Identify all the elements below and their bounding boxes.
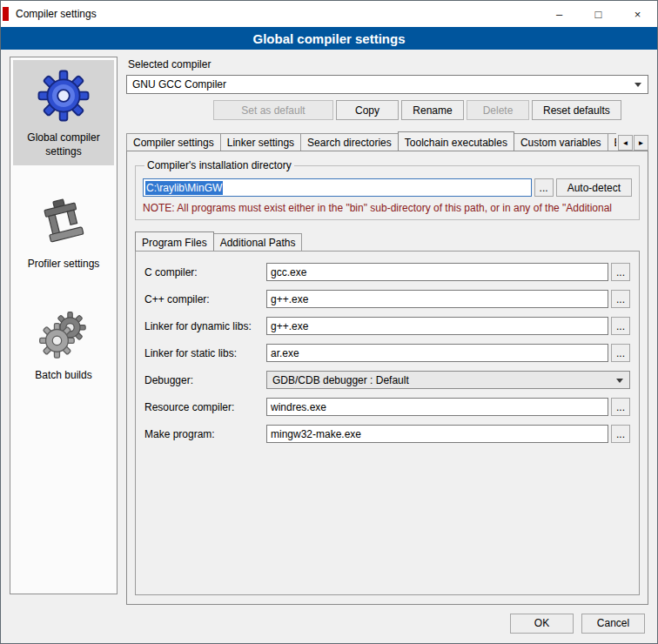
linker-static-label: Linker for static libs: bbox=[144, 347, 266, 359]
make-program-input[interactable] bbox=[266, 425, 608, 443]
linker-static-browse-button[interactable]: ... bbox=[611, 344, 630, 362]
delete-button[interactable]: Delete bbox=[467, 100, 529, 120]
tab-linker-settings[interactable]: Linker settings bbox=[220, 133, 301, 151]
tab-search-directories[interactable]: Search directories bbox=[300, 133, 399, 151]
compiler-select[interactable]: GNU GCC Compiler bbox=[126, 75, 648, 94]
window-controls: – □ × bbox=[540, 1, 657, 27]
resource-compiler-label: Resource compiler: bbox=[144, 401, 266, 413]
tab-custom-variables[interactable]: Custom variables bbox=[514, 133, 608, 151]
close-button[interactable]: × bbox=[618, 1, 657, 27]
c-compiler-browse-button[interactable]: ... bbox=[611, 263, 630, 281]
linker-dynamic-row: Linker for dynamic libs: ... bbox=[144, 317, 630, 335]
program-files-tabbar: Program Files Additional Paths bbox=[135, 231, 640, 251]
debugger-label: Debugger: bbox=[144, 374, 266, 386]
debugger-row: Debugger: GDB/CDB debugger : Default bbox=[144, 371, 630, 389]
tab-additional-paths[interactable]: Additional Paths bbox=[213, 233, 303, 251]
c-compiler-row: C compiler: ... bbox=[144, 263, 630, 281]
dialog-header: Global compiler settings bbox=[1, 27, 657, 50]
tab-program-files[interactable]: Program Files bbox=[135, 231, 214, 251]
install-dir-input[interactable]: C:\raylib\MinGW bbox=[143, 178, 532, 197]
reset-defaults-button[interactable]: Reset defaults bbox=[532, 100, 621, 120]
cpp-compiler-browse-button[interactable]: ... bbox=[611, 290, 630, 308]
linker-dynamic-input[interactable] bbox=[266, 317, 608, 335]
maximize-button[interactable]: □ bbox=[579, 1, 618, 27]
sidebar-item-label: Global compiler settings bbox=[15, 131, 112, 158]
tabs-strip: Compiler settings Linker settings Search… bbox=[126, 131, 616, 151]
settings-sidebar: Global compiler settings Profiler settin… bbox=[10, 57, 118, 594]
compiler-actions: Set as default Copy Rename Delete Reset … bbox=[126, 100, 648, 120]
sidebar-item-label: Profiler settings bbox=[28, 258, 100, 272]
install-dir-value: C:\raylib\MinGW bbox=[145, 181, 223, 195]
selected-compiler-label: Selected compiler bbox=[128, 58, 648, 70]
titlebar: Compiler settings – □ × bbox=[1, 1, 657, 27]
set-as-default-button[interactable]: Set as default bbox=[213, 100, 333, 120]
ok-button[interactable]: OK bbox=[510, 614, 574, 634]
dialog-footer: OK Cancel bbox=[1, 610, 657, 643]
tab-scroll-left-icon[interactable]: ◄ bbox=[618, 135, 633, 151]
debugger-select[interactable]: GDB/CDB debugger : Default bbox=[266, 371, 630, 389]
bin-directory-note: NOTE: All programs must exist either in … bbox=[143, 202, 632, 214]
compiler-settings-window: { "window": { "title": "Compiler setting… bbox=[0, 0, 658, 644]
compiler-select-value: GNU GCC Compiler bbox=[132, 78, 226, 91]
resource-compiler-row: Resource compiler: ... bbox=[144, 398, 630, 416]
install-dir-browse-button[interactable]: ... bbox=[534, 178, 554, 197]
tab-toolchain-executables[interactable]: Toolchain executables bbox=[398, 131, 514, 151]
make-program-label: Make program: bbox=[144, 428, 266, 440]
program-files-panel: C compiler: ... C++ compiler: ... Linker… bbox=[135, 251, 640, 595]
resource-compiler-input[interactable] bbox=[266, 398, 608, 416]
gears-gray-icon bbox=[38, 310, 89, 360]
linker-static-row: Linker for static libs: ... bbox=[144, 344, 630, 362]
make-program-browse-button[interactable]: ... bbox=[611, 425, 630, 443]
linker-dynamic-label: Linker for dynamic libs: bbox=[144, 320, 266, 332]
cpp-compiler-row: C++ compiler: ... bbox=[144, 290, 630, 308]
make-program-row: Make program: ... bbox=[144, 425, 630, 443]
main-area: Global compiler settings Profiler settin… bbox=[1, 50, 657, 610]
tab-scroll-right-icon[interactable]: ► bbox=[634, 135, 648, 151]
sidebar-item-profiler-settings[interactable]: Profiler settings bbox=[13, 188, 114, 278]
content-area: Selected compiler GNU GCC Compiler Set a… bbox=[126, 57, 648, 605]
settings-tabbar: Compiler settings Linker settings Search… bbox=[126, 131, 648, 151]
window-icon bbox=[3, 7, 9, 21]
toolchain-executables-panel: Compiler's installation directory C:\ray… bbox=[126, 151, 648, 605]
sidebar-item-global-compiler-settings[interactable]: Global compiler settings bbox=[13, 60, 114, 165]
debugger-select-value: GDB/CDB debugger : Default bbox=[272, 374, 409, 386]
sidebar-item-batch-builds[interactable]: Batch builds bbox=[13, 301, 114, 390]
cpp-compiler-label: C++ compiler: bbox=[144, 293, 266, 305]
auto-detect-button[interactable]: Auto-detect bbox=[556, 178, 632, 197]
tab-scroll-controls: ◄ ► bbox=[618, 135, 648, 151]
chevron-down-icon bbox=[616, 379, 623, 383]
tab-build-options[interactable]: Buil bbox=[608, 133, 616, 151]
gear-blue-icon bbox=[37, 69, 91, 123]
c-compiler-input[interactable] bbox=[266, 263, 608, 281]
installation-directory-group: Compiler's installation directory C:\ray… bbox=[135, 159, 640, 220]
cancel-button[interactable]: Cancel bbox=[581, 614, 645, 634]
linker-dynamic-browse-button[interactable]: ... bbox=[611, 317, 630, 335]
tab-compiler-settings[interactable]: Compiler settings bbox=[126, 133, 221, 151]
chevron-down-icon bbox=[634, 83, 641, 87]
rename-button[interactable]: Rename bbox=[401, 100, 464, 120]
resource-compiler-browse-button[interactable]: ... bbox=[611, 398, 630, 416]
c-compiler-label: C compiler: bbox=[144, 266, 266, 278]
cpp-compiler-input[interactable] bbox=[266, 290, 608, 308]
installation-directory-legend: Compiler's installation directory bbox=[144, 159, 294, 171]
installation-directory-row: C:\raylib\MinGW ... Auto-detect bbox=[143, 178, 632, 197]
sidebar-item-label: Batch builds bbox=[35, 369, 91, 383]
copy-button[interactable]: Copy bbox=[336, 100, 399, 120]
minimize-button[interactable]: – bbox=[540, 1, 579, 27]
window-title: Compiler settings bbox=[16, 8, 97, 20]
profiler-icon bbox=[37, 197, 90, 249]
subtabs-strip: Program Files Additional Paths bbox=[135, 231, 640, 251]
linker-static-input[interactable] bbox=[266, 344, 608, 362]
